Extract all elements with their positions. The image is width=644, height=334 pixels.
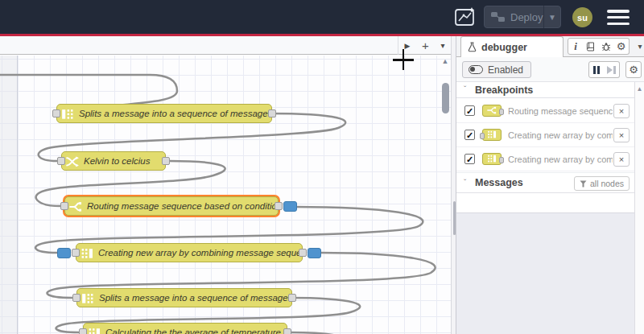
panel-scroll-up-icon[interactable]: ▲ xyxy=(635,85,644,93)
output-port[interactable] xyxy=(288,294,296,302)
flow-node-label: Splits a message into a sequence of mess… xyxy=(77,289,291,307)
port-nub xyxy=(499,109,504,115)
breakpoint-label: Creating new array by combini xyxy=(508,130,613,140)
switch-icon xyxy=(69,200,82,212)
output-port[interactable] xyxy=(299,249,307,257)
gear-icon[interactable]: ⚙ xyxy=(613,38,630,55)
breakpoint-marker[interactable] xyxy=(57,248,71,258)
flow-canvas[interactable]: ▶ + ▾ Splits a message into a sequence o… xyxy=(0,36,451,334)
change-icon xyxy=(66,155,79,167)
breakpoint-marker[interactable] xyxy=(308,248,321,258)
breakpoints-title: Breakpoints xyxy=(475,85,533,96)
breakpoint-row: ✓ Creating new array by combini× xyxy=(456,123,634,147)
join-icon xyxy=(80,247,93,258)
remove-breakpoint-button[interactable]: × xyxy=(613,152,630,167)
user-avatar[interactable]: su xyxy=(572,7,592,27)
output-port[interactable] xyxy=(283,328,291,334)
canvas-scroll-up-icon[interactable]: ▲ xyxy=(440,56,451,66)
flow-node[interactable]: Kelvin to celcius xyxy=(61,151,166,171)
info-icon[interactable]: i xyxy=(568,38,584,55)
breakpoint-row: ✓ Creating new array by combini× xyxy=(456,147,634,171)
tab-list-caret-icon[interactable]: ▾ xyxy=(441,41,445,50)
breakpoint-label: Creating new array by combini xyxy=(508,155,613,164)
chevron-down-icon: ˇ xyxy=(464,85,473,94)
breakpoints-section-header[interactable]: ˇ Breakpoints xyxy=(456,82,634,98)
breakpoint-label: Routing message sequence ba xyxy=(508,106,613,116)
chevron-down-icon: ˇ xyxy=(464,179,473,188)
breakpoint-row: ✓ Routing message sequence ba× xyxy=(456,99,634,123)
input-port[interactable] xyxy=(72,294,80,302)
flow-node-label: Creating new array by combining message … xyxy=(76,244,302,262)
toggle-icon xyxy=(469,65,483,74)
breakpoint-checkbox[interactable]: ✓ xyxy=(464,154,475,164)
input-port[interactable] xyxy=(52,109,60,118)
flow-node-label: Splits a message into a sequence of mess… xyxy=(57,105,271,122)
remove-breakpoint-button[interactable]: × xyxy=(613,128,630,142)
debugger-enabled-toggle[interactable]: Enabled xyxy=(462,61,531,78)
debugger-settings-gear-icon[interactable]: ⚙ xyxy=(625,61,642,78)
messages-section-header[interactable]: ˇ Messages all nodes xyxy=(456,172,634,193)
funnel-filter-icon xyxy=(580,180,587,188)
input-port[interactable] xyxy=(79,328,87,334)
step-next-icon[interactable] xyxy=(604,61,620,78)
tab-debugger-label: debugger xyxy=(481,42,527,53)
flow-node[interactable]: Splits a message into a sequence of mess… xyxy=(56,104,272,123)
bug-icon[interactable] xyxy=(598,38,614,55)
remove-breakpoint-button[interactable]: × xyxy=(613,104,630,118)
switch-icon xyxy=(482,105,502,117)
menu-hamburger-icon[interactable] xyxy=(606,10,630,25)
breakpoints-list: ✓ Routing message sequence ba×✓ Creating… xyxy=(456,99,634,171)
join-icon xyxy=(88,327,101,334)
next-tab-icon[interactable]: ▶ xyxy=(404,42,410,50)
port-nub xyxy=(499,157,504,163)
input-port[interactable] xyxy=(72,249,80,257)
flow-node[interactable]: Calculating the the average of temperatu… xyxy=(83,323,287,334)
split-icon xyxy=(81,292,94,303)
flask-icon xyxy=(468,42,477,52)
resize-grip xyxy=(453,201,456,235)
canvas-scrollbar-thumb[interactable] xyxy=(442,83,449,113)
output-port[interactable] xyxy=(162,157,170,165)
export-chart-sparkle-icon[interactable] xyxy=(453,6,477,27)
flow-node-label: Routing message sequence based on condit… xyxy=(65,197,278,215)
book-icon[interactable] xyxy=(583,38,599,55)
breakpoint-checkbox[interactable]: ✓ xyxy=(464,130,475,140)
breakpoint-marker[interactable] xyxy=(283,201,297,212)
input-port[interactable] xyxy=(57,157,65,165)
debug-sidebar: debugger i ⚙ ▾ Enabled ⚙ xyxy=(456,36,644,334)
breakpoint-checkbox[interactable]: ✓ xyxy=(464,105,475,116)
flow-tabstrip: ▶ + ▾ xyxy=(0,36,451,55)
messages-empty-area xyxy=(456,193,634,212)
join-icon xyxy=(482,153,502,165)
tab-debugger[interactable]: debugger xyxy=(460,36,564,57)
flow-node-label: Calculating the the average of temperatu… xyxy=(84,324,287,334)
flow-tab-actions: ▶ + ▾ xyxy=(398,36,451,55)
flow-node[interactable]: Routing message sequence based on condit… xyxy=(64,196,279,216)
split-icon xyxy=(61,108,74,119)
cursor-crosshair xyxy=(402,49,405,70)
deploy-nodes-icon xyxy=(491,11,505,23)
deploy-button[interactable]: Deploy ▼ xyxy=(484,6,561,28)
header-bar: Deploy ▼ su xyxy=(0,0,644,34)
flow-node[interactable]: Creating new array by combining message … xyxy=(76,243,303,262)
sidebar-tabbar: debugger i ⚙ ▾ xyxy=(456,36,644,57)
enabled-label: Enabled xyxy=(488,64,523,76)
debugger-toolbar: Enabled ⚙ xyxy=(456,57,644,82)
deploy-label: Deploy xyxy=(510,11,543,23)
filter-label: all nodes xyxy=(590,179,624,188)
flow-node[interactable]: Splits a message into a sequence of mess… xyxy=(76,288,292,307)
sidebar-caret-down-icon[interactable]: ▾ xyxy=(632,38,644,55)
input-port[interactable] xyxy=(60,202,68,210)
panel-scrollbar-track[interactable]: ▲ xyxy=(634,82,644,334)
port-nub xyxy=(480,133,485,139)
add-flow-icon[interactable]: + xyxy=(422,39,429,52)
join-icon xyxy=(482,129,502,141)
messages-filter-button[interactable]: all nodes xyxy=(574,176,630,191)
pause-icon[interactable] xyxy=(588,61,605,78)
node-red-app: Deploy ▼ su ▶ + ▾ xyxy=(0,0,644,334)
deploy-caret-icon[interactable]: ▼ xyxy=(544,13,560,22)
sidebar-resize-handle[interactable] xyxy=(451,36,456,334)
output-port[interactable] xyxy=(268,109,276,118)
output-port[interactable] xyxy=(275,202,283,210)
panel-filler xyxy=(456,212,634,334)
